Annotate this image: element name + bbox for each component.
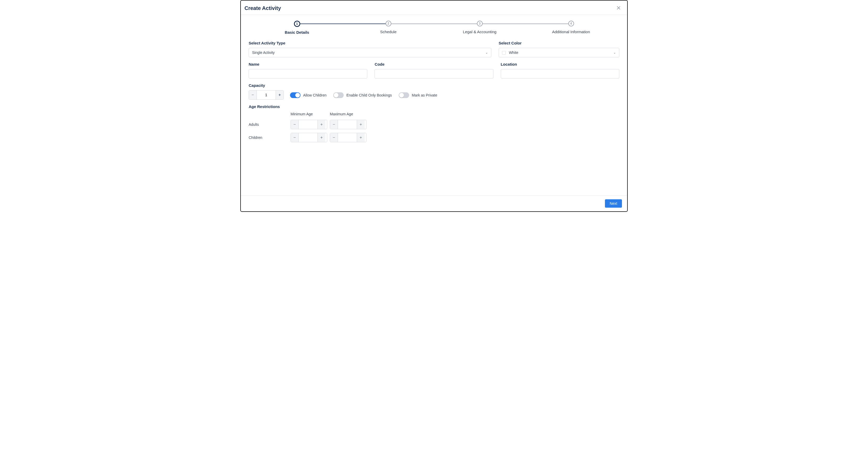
color-swatch-icon xyxy=(502,51,506,55)
adult-min-decrement[interactable]: − xyxy=(291,120,299,129)
adult-min-age-stepper: − + xyxy=(290,120,327,129)
adult-max-age-stepper: − + xyxy=(330,120,367,129)
allow-children-toggle-wrap: Allow Children xyxy=(290,92,327,98)
step-label: Additional Information xyxy=(552,30,590,34)
toggle-knob xyxy=(399,93,404,98)
minus-icon: − xyxy=(293,135,296,140)
child-only-label: Enable Child Only Bookings xyxy=(346,93,392,97)
child-max-age-stepper: − + xyxy=(330,133,367,142)
create-activity-modal: Create Activity ✕ 1 Basic Details 2 Sche… xyxy=(240,0,628,212)
step-additional-information[interactable]: 4 Additional Information xyxy=(525,21,617,34)
color-value-wrap: White xyxy=(502,50,518,55)
min-age-header: Minimum Age xyxy=(290,112,327,116)
child-only-toggle[interactable] xyxy=(333,92,344,98)
modal-title: Create Activity xyxy=(245,5,281,11)
child-min-decrement[interactable]: − xyxy=(291,133,299,142)
allow-children-label: Allow Children xyxy=(303,93,327,97)
step-number: 2 xyxy=(385,21,391,26)
step-legal-accounting[interactable]: 3 Legal & Accounting xyxy=(434,21,525,34)
location-input[interactable] xyxy=(501,69,619,78)
code-input[interactable] xyxy=(375,69,493,78)
chevron-down-icon: ⌄ xyxy=(485,51,488,55)
private-label: Mark as Private xyxy=(412,93,437,97)
plus-icon: + xyxy=(320,122,323,127)
child-min-age-stepper: − + xyxy=(290,133,327,142)
step-connector xyxy=(480,24,571,24)
step-label: Schedule xyxy=(380,30,397,34)
name-label: Name xyxy=(249,62,367,66)
private-toggle-wrap: Mark as Private xyxy=(399,92,437,98)
child-max-decrement[interactable]: − xyxy=(330,133,338,142)
step-schedule[interactable]: 2 Schedule xyxy=(343,21,434,34)
allow-children-toggle[interactable] xyxy=(290,92,301,98)
child-only-toggle-wrap: Enable Child Only Bookings xyxy=(333,92,392,98)
plus-icon: + xyxy=(360,135,362,140)
child-min-increment[interactable]: + xyxy=(317,133,326,142)
step-label: Legal & Accounting xyxy=(463,30,496,34)
minus-icon: − xyxy=(333,135,335,140)
modal-header: Create Activity ✕ xyxy=(241,1,627,15)
color-value: White xyxy=(509,50,518,55)
capacity-stepper: − + xyxy=(249,90,284,100)
step-basic-details[interactable]: 1 Basic Details xyxy=(251,21,343,35)
step-connector xyxy=(389,24,480,24)
adult-max-input[interactable] xyxy=(338,120,357,129)
activity-type-label: Select Activity Type xyxy=(249,41,491,45)
plus-icon: + xyxy=(360,122,362,127)
name-input[interactable] xyxy=(249,69,367,78)
step-number: 1 xyxy=(294,21,300,27)
capacity-label: Capacity xyxy=(249,83,619,88)
adult-max-decrement[interactable]: − xyxy=(330,120,338,129)
capacity-increment[interactable]: + xyxy=(276,91,283,99)
child-max-increment[interactable]: + xyxy=(357,133,365,142)
capacity-input[interactable] xyxy=(257,91,276,99)
next-button[interactable]: Next xyxy=(605,199,622,208)
private-toggle[interactable] xyxy=(399,92,409,98)
modal-footer: Next xyxy=(241,195,627,211)
toggle-knob xyxy=(334,93,338,98)
plus-icon: + xyxy=(320,135,323,140)
close-icon[interactable]: ✕ xyxy=(615,4,622,12)
minus-icon: − xyxy=(252,93,254,97)
chevron-down-icon: ⌄ xyxy=(613,51,616,55)
adult-min-input[interactable] xyxy=(299,120,317,129)
step-connector xyxy=(297,24,389,24)
step-label: Basic Details xyxy=(285,30,309,35)
toggle-knob xyxy=(295,93,300,98)
age-restrictions-grid: Minimum Age Maximum Age Adults − + − + C… xyxy=(249,112,619,142)
location-label: Location xyxy=(501,62,619,66)
activity-type-select[interactable]: Single Activity ⌄ xyxy=(249,48,491,57)
child-max-input[interactable] xyxy=(338,133,357,142)
step-number: 4 xyxy=(568,21,574,26)
adult-max-increment[interactable]: + xyxy=(357,120,365,129)
step-number: 3 xyxy=(477,21,483,26)
child-min-input[interactable] xyxy=(299,133,317,142)
age-restrictions-title: Age Restrictions xyxy=(249,104,619,109)
color-label: Select Color xyxy=(499,41,619,45)
adults-row-label: Adults xyxy=(249,123,288,127)
color-select[interactable]: White ⌄ xyxy=(499,48,619,57)
minus-icon: − xyxy=(333,122,335,127)
minus-icon: − xyxy=(293,122,296,127)
stepper: 1 Basic Details 2 Schedule 3 Legal & Acc… xyxy=(241,15,627,35)
children-row-label: Children xyxy=(249,135,288,140)
code-label: Code xyxy=(375,62,493,66)
capacity-decrement[interactable]: − xyxy=(249,91,257,99)
plus-icon: + xyxy=(279,93,281,97)
capacity-toggles: Allow Children Enable Child Only Booking… xyxy=(290,92,437,98)
max-age-header: Maximum Age xyxy=(330,112,367,116)
adult-min-increment[interactable]: + xyxy=(317,120,326,129)
modal-body: Select Activity Type Single Activity ⌄ S… xyxy=(241,35,627,195)
activity-type-value: Single Activity xyxy=(252,50,275,55)
